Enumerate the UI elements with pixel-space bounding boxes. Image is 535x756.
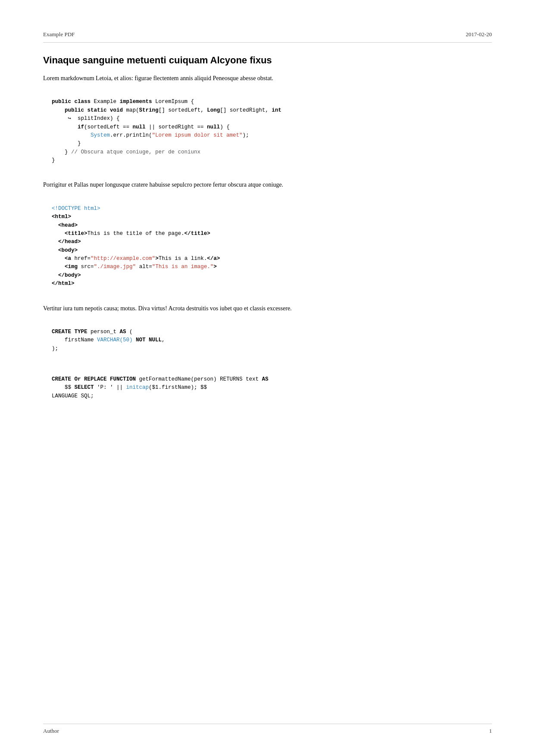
- page-header: Example PDF 2017-02-20: [43, 31, 492, 43]
- html-code-block: <!DOCTYPE html> <html> <head> <title>Thi…: [43, 198, 492, 295]
- java-code-block: public class Example implements LoremIps…: [43, 91, 492, 172]
- paragraph-3: Vertitur iura tum nepotis causa; motus. …: [43, 304, 492, 313]
- footer-left: Author: [43, 728, 59, 734]
- sql-code-block-2: CREATE Or REPLACE FUNCTION getFormattedN…: [43, 369, 492, 407]
- header-left: Example PDF: [43, 31, 75, 38]
- paragraph-1: Lorem markdownum Letoia, et alios: figur…: [43, 74, 492, 83]
- footer-right: 1: [489, 728, 492, 734]
- paragraph-2: Porrigitur et Pallas nuper longusque cra…: [43, 180, 492, 190]
- header-right: 2017-02-20: [466, 31, 492, 38]
- page: Example PDF 2017-02-20 Vinaque sanguine …: [0, 0, 535, 756]
- sql-code-block-1: CREATE TYPE person_t AS ( firstName VARC…: [43, 321, 492, 360]
- page-footer: Author 1: [43, 724, 492, 734]
- doc-title: Vinaque sanguine metuenti cuiquam Alcyon…: [43, 55, 492, 66]
